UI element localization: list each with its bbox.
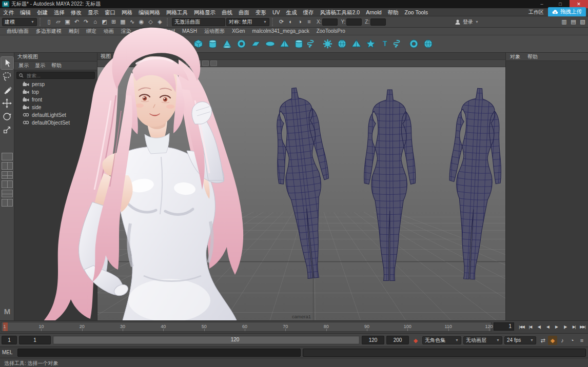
search-input[interactable]: [26, 72, 87, 79]
menu-网格[interactable]: 网格: [119, 8, 135, 16]
outliner-menu-显示[interactable]: 显示: [35, 62, 45, 69]
poly-prism-icon[interactable]: [349, 37, 363, 51]
loop-toggle-icon[interactable]: ⇄: [538, 336, 547, 345]
channel-box-menu-对象[interactable]: 对象: [510, 53, 520, 60]
poly-pyramid-icon[interactable]: [278, 37, 291, 51]
scale-tool[interactable]: [1, 124, 13, 136]
layout-button-two-horizontal[interactable]: [2, 190, 13, 197]
menu-变形[interactable]: 变形: [252, 8, 269, 16]
layout-button-single[interactable]: [2, 153, 13, 160]
paint-select-tool[interactable]: [1, 84, 13, 96]
set-key-button[interactable]: ◆: [411, 336, 420, 345]
outliner-menu-帮助[interactable]: 帮助: [51, 62, 62, 69]
workspace-label[interactable]: 工作区: [524, 9, 548, 16]
shelf-tab-运动图形[interactable]: 运动图形: [201, 28, 228, 35]
snap-view-icon[interactable]: ◇: [146, 17, 155, 26]
shelf-tab-ZooToolsPro[interactable]: ZooToolsPro: [313, 28, 349, 35]
poly-disc-icon[interactable]: [263, 37, 277, 51]
range-slider-bar-handle[interactable]: [54, 337, 359, 343]
menu-网格显示[interactable]: 网格显示: [191, 8, 219, 16]
select-component-icon[interactable]: ⊞: [109, 17, 118, 26]
poly-star-icon[interactable]: [364, 37, 378, 51]
live-surface-indicator[interactable]: 无激活曲面: [172, 18, 225, 26]
outliner-menu-展示[interactable]: 展示: [18, 62, 29, 69]
shelf-tab-XGen[interactable]: XGen: [228, 28, 249, 35]
step-back-key-button[interactable]: ◀|: [535, 322, 543, 332]
outliner-item-top[interactable]: top: [14, 88, 97, 96]
menu-曲面[interactable]: 曲面: [236, 8, 252, 16]
viewport-toggle-icon[interactable]: [194, 60, 201, 66]
character-set-selector[interactable]: 无角色集▼: [422, 336, 461, 344]
shelf-tab-Bifrost[interactable]: Bifrost: [157, 28, 179, 35]
shelf-tab-多边形建模[interactable]: 多边形建模: [32, 28, 65, 35]
outliner-item-front[interactable]: front: [14, 96, 97, 104]
layout-button-hypershade[interactable]: [2, 199, 13, 207]
menu-网格工具[interactable]: 网格工具: [163, 8, 191, 16]
menu-窗口[interactable]: 窗口: [102, 8, 119, 16]
sign-in-button[interactable]: 登录▼: [453, 18, 481, 26]
mute-audio-icon[interactable]: ♪: [558, 336, 567, 345]
curve-tool-icon[interactable]: [393, 37, 406, 51]
axis-input-x[interactable]: [322, 18, 338, 26]
undo-icon[interactable]: ↶: [72, 17, 81, 26]
play-forwards-button[interactable]: ▶: [552, 322, 561, 332]
poly-soccer-ball-icon[interactable]: [335, 37, 349, 51]
menu-文件[interactable]: 文件: [0, 8, 17, 16]
boolean-icon[interactable]: [407, 37, 421, 51]
poly-helix-icon[interactable]: [306, 37, 320, 51]
menu-选择[interactable]: 选择: [51, 8, 68, 16]
menu-Zoo Tools[interactable]: Zoo Tools: [402, 8, 431, 16]
menu-创建[interactable]: 创建: [34, 8, 51, 16]
auto-key-toggle-icon[interactable]: ◆: [548, 336, 557, 345]
ipr-render-icon[interactable]: ◑: [296, 17, 304, 26]
shelf-tab-Arnold[interactable]: Arnold: [135, 28, 157, 35]
poly-cone-icon[interactable]: [220, 37, 234, 51]
playback-start-field[interactable]: 1: [2, 336, 17, 344]
viewport-toggle-icon[interactable]: [210, 60, 217, 66]
make-live-icon[interactable]: ◈: [155, 17, 164, 26]
snap-grid-icon[interactable]: ▦: [119, 17, 127, 26]
go-to-end-button[interactable]: ▶▶|: [578, 322, 587, 332]
outliner-item-side[interactable]: side: [14, 104, 97, 111]
animation-end-field[interactable]: 120: [362, 336, 384, 344]
mel-label[interactable]: MEL: [2, 350, 15, 355]
outliner-item-persp[interactable]: persp: [14, 80, 97, 88]
fps-selector[interactable]: 24 fps▼: [504, 336, 536, 344]
move-tool[interactable]: [1, 97, 13, 109]
layout-button-two-vertical[interactable]: [2, 162, 13, 170]
shelf-tab-雕刻[interactable]: 雕刻: [65, 28, 83, 35]
playback-speed-icon[interactable]: ◔: [567, 336, 577, 345]
axis-input-z[interactable]: [370, 18, 386, 26]
poly-plane-icon[interactable]: [249, 37, 263, 51]
step-back-frame-button[interactable]: |◀: [526, 322, 535, 332]
select-hierarchy-icon[interactable]: ⌂: [91, 17, 100, 26]
channel-box-menu-帮助[interactable]: 帮助: [527, 53, 538, 60]
step-forward-key-button[interactable]: |▶: [561, 322, 570, 332]
outliner-item-defaultLightSet[interactable]: defaultLightSet: [14, 111, 97, 119]
perspective-viewport[interactable]: 视图: [97, 53, 505, 320]
animation-start-field[interactable]: 1: [19, 336, 51, 344]
poly-pipe-icon[interactable]: [292, 37, 306, 51]
viewport-scene[interactable]: [97, 67, 505, 320]
outliner-search-box[interactable]: [16, 72, 95, 79]
select-object-icon[interactable]: ◩: [100, 17, 109, 26]
menu-编辑[interactable]: 编辑: [17, 8, 34, 16]
go-to-start-button[interactable]: |◀◀: [517, 322, 526, 332]
scene-end-field[interactable]: 200: [386, 336, 409, 344]
toggle-attribute-editor-icon[interactable]: ▤: [569, 17, 578, 26]
animation-prefs-icon[interactable]: ≡: [577, 336, 586, 345]
redo-icon[interactable]: ↷: [82, 17, 90, 26]
axis-input-y[interactable]: [346, 18, 362, 26]
layout-button-persp-outliner[interactable]: [2, 180, 13, 188]
current-frame-field[interactable]: 1: [494, 322, 514, 331]
menu-set-selector[interactable]: 建模▼: [2, 18, 37, 26]
smooth-icon[interactable]: [421, 37, 435, 51]
menu-编辑网格[interactable]: 编辑网格: [135, 8, 163, 16]
menu-Arnold[interactable]: Arnold: [363, 8, 384, 16]
render-icon[interactable]: ◐: [286, 17, 295, 26]
menu-风清杨工具箱2.0[interactable]: 风清杨工具箱2.0: [317, 8, 363, 16]
poly-cylinder-icon[interactable]: [206, 37, 220, 51]
viewport-toggle-icon[interactable]: [202, 60, 209, 66]
toggle-modeling-toolkit-icon[interactable]: ▥: [560, 17, 569, 26]
poly-gear-icon[interactable]: [321, 37, 335, 51]
